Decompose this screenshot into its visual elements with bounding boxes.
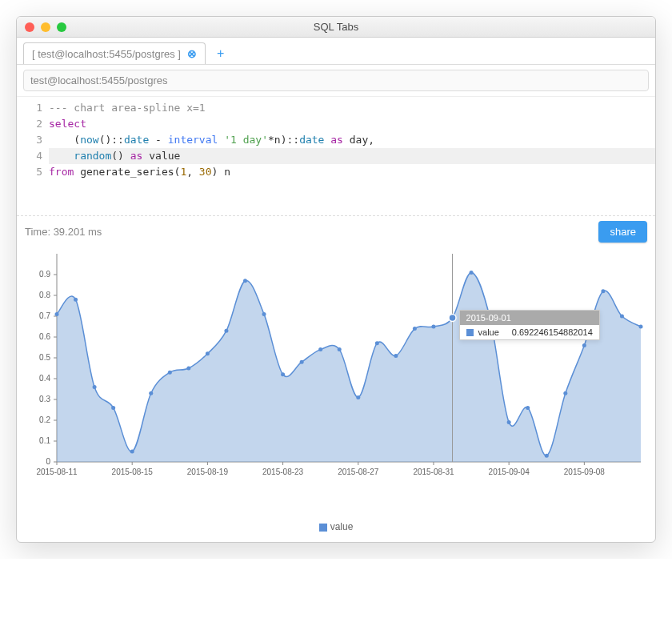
code-line: random() as value bbox=[49, 148, 655, 164]
chart-legend[interactable]: value bbox=[25, 518, 647, 534]
area-chart-svg: 00.10.20.30.40.50.60.70.80.92015-08-1120… bbox=[25, 246, 649, 486]
svg-point-62 bbox=[507, 420, 511, 424]
svg-point-46 bbox=[206, 351, 210, 355]
tab-label: [ test@localhost:5455/postgres ] bbox=[32, 48, 181, 60]
line-number: 3 bbox=[17, 132, 42, 148]
legend-swatch bbox=[319, 524, 327, 532]
svg-text:2015-08-27: 2015-08-27 bbox=[338, 467, 379, 476]
svg-text:0.4: 0.4 bbox=[39, 374, 50, 383]
svg-text:2015-08-19: 2015-08-19 bbox=[187, 467, 229, 476]
tab-connection[interactable]: [ test@localhost:5455/postgres ] ⊗ bbox=[23, 42, 206, 64]
svg-point-54 bbox=[356, 395, 360, 399]
result-panel: Time: 39.201 ms share 00.10.20.30.40.50.… bbox=[17, 215, 655, 542]
close-window-button[interactable] bbox=[25, 22, 34, 32]
app-window: SQL Tabs [ test@localhost:5455/postgres … bbox=[16, 16, 656, 543]
svg-point-57 bbox=[413, 327, 417, 331]
legend-label: value bbox=[330, 521, 354, 532]
svg-point-53 bbox=[338, 347, 342, 351]
new-tab-button[interactable]: + bbox=[212, 46, 229, 61]
svg-text:2015-08-23: 2015-08-23 bbox=[262, 467, 304, 476]
svg-point-41 bbox=[111, 406, 115, 410]
tooltip-swatch bbox=[466, 329, 474, 336]
svg-text:2015-09-04: 2015-09-04 bbox=[489, 467, 530, 476]
svg-point-56 bbox=[394, 354, 398, 358]
svg-point-40 bbox=[93, 385, 97, 389]
svg-point-50 bbox=[281, 372, 285, 376]
svg-text:0.3: 0.3 bbox=[39, 395, 50, 403]
svg-text:0.2: 0.2 bbox=[39, 415, 50, 424]
svg-point-49 bbox=[262, 312, 266, 316]
svg-text:2015-08-31: 2015-08-31 bbox=[413, 467, 454, 476]
connection-input[interactable] bbox=[23, 70, 649, 91]
svg-point-42 bbox=[130, 450, 134, 454]
svg-point-64 bbox=[545, 454, 549, 458]
svg-point-63 bbox=[526, 406, 530, 410]
svg-text:0: 0 bbox=[46, 457, 50, 466]
svg-text:0.8: 0.8 bbox=[39, 291, 50, 299]
svg-text:2015-09-08: 2015-09-08 bbox=[564, 467, 606, 476]
close-tab-icon[interactable]: ⊗ bbox=[187, 47, 197, 60]
titlebar: SQL Tabs bbox=[17, 17, 655, 38]
window-title: SQL Tabs bbox=[17, 21, 655, 33]
svg-text:0.1: 0.1 bbox=[39, 436, 50, 445]
line-number: 1 bbox=[17, 100, 42, 116]
share-button[interactable]: share bbox=[598, 221, 647, 243]
chart-area[interactable]: 00.10.20.30.40.50.60.70.80.92015-08-1120… bbox=[25, 246, 647, 518]
code-line: select bbox=[49, 116, 655, 132]
sql-editor[interactable]: 12345 --- chart area-spline x=1select (n… bbox=[17, 96, 655, 183]
svg-point-69 bbox=[639, 325, 643, 329]
query-timing: Time: 39.201 ms bbox=[25, 226, 102, 238]
svg-point-45 bbox=[186, 367, 190, 371]
svg-point-65 bbox=[563, 391, 567, 395]
result-header: Time: 39.201 ms share bbox=[25, 221, 647, 243]
svg-point-67 bbox=[601, 289, 605, 293]
minimize-window-button[interactable] bbox=[41, 22, 50, 32]
svg-text:2015-08-15: 2015-08-15 bbox=[112, 467, 154, 476]
svg-point-60 bbox=[470, 271, 474, 275]
svg-text:0.6: 0.6 bbox=[39, 332, 50, 341]
svg-point-48 bbox=[243, 279, 247, 283]
tooltip-value: 0.692246154882014 bbox=[504, 327, 593, 337]
svg-point-68 bbox=[620, 315, 624, 319]
svg-point-51 bbox=[300, 360, 304, 364]
tab-bar: [ test@localhost:5455/postgres ] ⊗ + bbox=[17, 38, 655, 65]
code-line: (now()::date - interval '1 day'*n)::date… bbox=[49, 132, 655, 148]
svg-text:0.9: 0.9 bbox=[39, 270, 50, 279]
line-number: 4 bbox=[17, 148, 42, 164]
chart-tooltip: 2015-09-01 value 0.692246154882014 bbox=[459, 310, 600, 340]
line-gutter: 12345 bbox=[17, 97, 49, 183]
svg-text:0.7: 0.7 bbox=[39, 311, 50, 320]
code-line: from generate_series(1, 30) n bbox=[49, 164, 655, 180]
svg-point-52 bbox=[318, 347, 322, 351]
zoom-window-button[interactable] bbox=[57, 22, 66, 32]
svg-point-39 bbox=[74, 298, 78, 302]
connection-bar bbox=[17, 65, 655, 96]
code-area[interactable]: --- chart area-spline x=1select (now()::… bbox=[49, 97, 655, 183]
tooltip-row: value 0.692246154882014 bbox=[460, 325, 599, 339]
tooltip-title: 2015-09-01 bbox=[460, 311, 599, 325]
svg-point-43 bbox=[149, 391, 153, 395]
svg-point-47 bbox=[224, 329, 228, 333]
svg-text:2015-08-11: 2015-08-11 bbox=[36, 467, 78, 476]
line-number: 2 bbox=[17, 116, 42, 132]
svg-point-38 bbox=[55, 312, 59, 316]
svg-point-66 bbox=[582, 343, 586, 347]
tooltip-series-label: value bbox=[478, 327, 499, 337]
svg-point-44 bbox=[168, 371, 172, 375]
line-number: 5 bbox=[17, 164, 42, 180]
code-line: --- chart area-spline x=1 bbox=[49, 100, 655, 116]
svg-point-55 bbox=[375, 341, 379, 345]
svg-text:0.5: 0.5 bbox=[39, 353, 50, 362]
svg-point-58 bbox=[431, 325, 435, 329]
svg-point-71 bbox=[449, 315, 456, 322]
traffic-lights bbox=[25, 22, 66, 32]
